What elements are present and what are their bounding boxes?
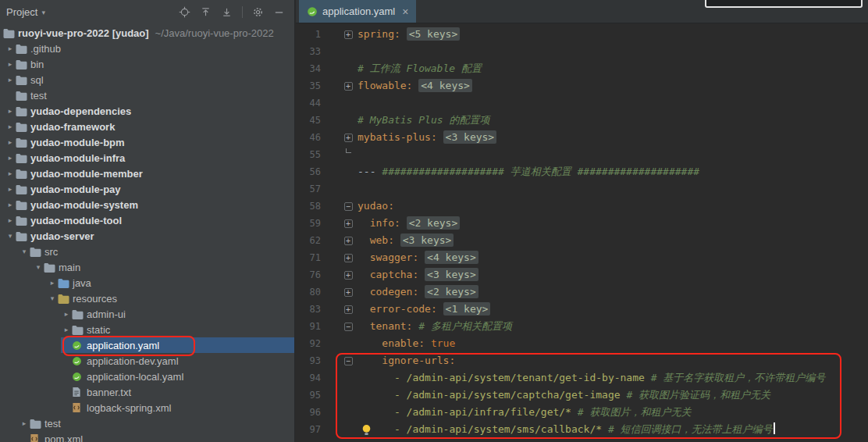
code-line-35[interactable]: 35+flowable: <4 keys> — [296, 77, 868, 94]
code-line-76[interactable]: 76+ captcha: <3 keys> — [296, 266, 868, 283]
gear-icon[interactable] — [252, 6, 264, 18]
tree-item-label: yudao-module-tool — [30, 215, 122, 226]
tree-item-pom.xml[interactable]: pom.xml — [0, 431, 294, 442]
tree-item-yudao-module-infra[interactable]: ▸yudao-module-infra — [0, 150, 294, 166]
code-text: info: <2 keys> — [358, 215, 460, 232]
fold-plus-icon[interactable]: + — [343, 249, 354, 266]
fold-gutter — [343, 60, 354, 77]
chevron-right-icon[interactable]: ▸ — [5, 107, 16, 115]
chevron-right-icon[interactable]: ▸ — [19, 419, 30, 427]
intention-bulb-icon[interactable] — [361, 424, 372, 436]
code-line-33[interactable]: 33 — [296, 43, 868, 60]
chevron-down-icon[interactable]: ▾ — [5, 232, 16, 240]
code-line-59[interactable]: 59+ info: <2 keys> — [296, 215, 868, 232]
chevron-right-icon[interactable]: ▸ — [47, 279, 58, 287]
chevron-down-icon[interactable]: ▾ — [33, 263, 44, 271]
locate-file-icon[interactable] — [179, 6, 190, 18]
tree-item-yudao-dependencies[interactable]: ▸yudao-dependencies — [0, 103, 294, 119]
close-icon[interactable]: × — [402, 6, 408, 17]
code-line-56[interactable]: 56--- #################### 芋道相关配置 ######… — [296, 163, 868, 180]
tree-item-sql[interactable]: ▸sql — [0, 72, 294, 87]
chevron-right-icon[interactable]: ▸ — [5, 154, 16, 162]
fold-plus-icon[interactable]: + — [343, 232, 354, 249]
tree-item-yudao-server[interactable]: ▾yudao-server — [0, 228, 294, 244]
tree-item-logback-spring.xml[interactable]: logback-spring.xml — [0, 400, 294, 415]
tree-item-label: application-dev.yaml — [87, 355, 179, 367]
chevron-down-icon[interactable]: ▾ — [41, 9, 45, 16]
fold-plus-icon[interactable]: + — [343, 129, 354, 146]
chevron-right-icon[interactable]: ▸ — [5, 45, 16, 52]
code-line-91[interactable]: 91− tenant: # 多租户相关配置项 — [296, 318, 868, 335]
code-line-97[interactable]: 97 - /admin-api/system/sms/callback/* # … — [296, 421, 868, 438]
chevron-right-icon[interactable]: ▸ — [61, 310, 72, 318]
code-line-95[interactable]: 95 - /admin-api/system/captcha/get-image… — [296, 387, 868, 404]
expand-all-icon[interactable] — [200, 6, 212, 18]
tree-item-yudao-module-pay[interactable]: ▸yudao-module-pay — [0, 181, 294, 197]
tree-item-test[interactable]: test — [0, 87, 294, 103]
hide-panel-icon[interactable] — [273, 6, 285, 18]
project-panel-title[interactable]: Project — [6, 6, 37, 18]
code-line-96[interactable]: 96 - /admin-api/infra/file/get/* # 获取图片，… — [296, 404, 868, 421]
tree-item-.github[interactable]: ▸.github — [0, 41, 294, 56]
code-line-1[interactable]: 1+spring: <5 keys> — [296, 26, 868, 43]
editor-tab-application-yaml[interactable]: application.yaml × — [299, 0, 416, 23]
fold-minus-icon[interactable]: − — [343, 198, 354, 215]
code-line-94[interactable]: 94 - /admin-api/system/tenant/get-id-by-… — [296, 369, 868, 387]
chevron-right-icon[interactable]: ▸ — [5, 76, 16, 84]
tree-item-application.yaml[interactable]: application.yaml — [0, 337, 294, 353]
code-line-58[interactable]: 58−yudao: — [296, 198, 868, 215]
fold-plus-icon[interactable]: + — [343, 215, 354, 232]
fold-minus-icon[interactable]: − — [343, 318, 354, 335]
tree-item-static[interactable]: ▸static — [0, 322, 294, 337]
tree-item-application-dev.yaml[interactable]: application-dev.yaml — [0, 353, 294, 369]
tree-item-yudao-module-bpm[interactable]: ▸yudao-module-bpm — [0, 134, 294, 150]
code-line-57[interactable]: 57 — [296, 180, 868, 198]
tree-item-yudao-framework[interactable]: ▸yudao-framework — [0, 119, 294, 134]
tree-item-label: yudao-framework — [30, 121, 115, 133]
fold-minus-icon[interactable]: − — [343, 352, 354, 369]
collapse-all-icon[interactable] — [221, 6, 233, 18]
tree-item-bin[interactable]: ▸bin — [0, 56, 294, 72]
tree-item-yudao-module-tool[interactable]: ▸yudao-module-tool — [0, 212, 294, 228]
code-line-83[interactable]: 83+ error-code: <1 key> — [296, 301, 868, 318]
tree-item-src[interactable]: ▾src — [0, 244, 294, 259]
tree-item-yudao-module-system[interactable]: ▸yudao-module-system — [0, 197, 294, 212]
code-line-93[interactable]: 93− ignore-urls: — [296, 352, 868, 369]
chevron-right-icon[interactable]: ▸ — [5, 138, 16, 146]
fold-end-icon[interactable] — [343, 146, 354, 163]
code-line-55[interactable]: 55 — [296, 146, 868, 163]
chevron-right-icon[interactable]: ▸ — [5, 123, 16, 130]
code-line-44[interactable]: 44 — [296, 94, 868, 112]
code-line-71[interactable]: 71+ swagger: <4 keys> — [296, 249, 868, 266]
tree-item-application-local.yaml[interactable]: application-local.yaml — [0, 369, 294, 384]
chevron-down-icon[interactable]: ▾ — [19, 248, 30, 255]
chevron-right-icon[interactable]: ▸ — [5, 185, 16, 193]
tree-item-java[interactable]: ▸java — [0, 275, 294, 291]
chevron-right-icon[interactable]: ▸ — [61, 326, 72, 333]
code-line-80[interactable]: 80+ codegen: <2 keys> — [296, 283, 868, 301]
tree-item-admin-ui[interactable]: ▸admin-ui — [0, 306, 294, 322]
code-line-92[interactable]: 92 enable: true — [296, 335, 868, 352]
chevron-down-icon[interactable]: ▾ — [47, 294, 58, 302]
tree-item-main[interactable]: ▾main — [0, 259, 294, 275]
chevron-right-icon[interactable]: ▸ — [5, 216, 16, 224]
code-line-62[interactable]: 62+ web: <3 keys> — [296, 232, 868, 249]
tree-item-test[interactable]: ▸test — [0, 415, 294, 431]
chevron-right-icon[interactable]: ▸ — [5, 201, 16, 209]
tree-item-ruoyi-vue-pro-2022-yudao-[interactable]: ruoyi-vue-pro-2022 [yudao]~/Java/ruoyi-v… — [0, 25, 294, 41]
fold-plus-icon[interactable]: + — [343, 301, 354, 318]
fold-plus-icon[interactable]: + — [343, 26, 354, 43]
fold-gutter — [343, 163, 354, 180]
chevron-right-icon[interactable]: ▸ — [5, 60, 16, 68]
fold-plus-icon[interactable]: + — [343, 77, 354, 94]
fold-gutter — [343, 94, 354, 112]
code-line-45[interactable]: 45# MyBatis Plus 的配置项 — [296, 112, 868, 129]
code-line-46[interactable]: 46+mybatis-plus: <3 keys> — [296, 129, 868, 146]
tree-item-yudao-module-member[interactable]: ▸yudao-module-member — [0, 166, 294, 181]
chevron-right-icon[interactable]: ▸ — [5, 169, 16, 177]
tree-item-resources[interactable]: ▾resources — [0, 291, 294, 306]
fold-plus-icon[interactable]: + — [343, 283, 354, 301]
code-line-34[interactable]: 34# 工作流 Flowable 配置 — [296, 60, 868, 77]
fold-plus-icon[interactable]: + — [343, 266, 354, 283]
tree-item-banner.txt[interactable]: banner.txt — [0, 384, 294, 400]
